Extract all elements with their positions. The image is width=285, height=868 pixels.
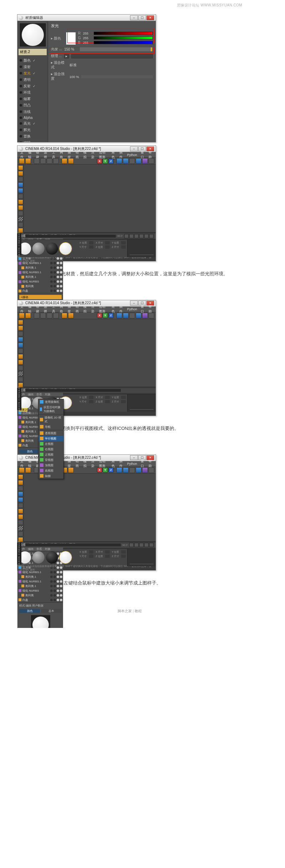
readout-value[interactable] — [121, 555, 126, 558]
mode-button[interactable] — [18, 531, 23, 536]
fcurve-mini[interactable] — [127, 394, 156, 412]
undo-button[interactable] — [19, 158, 25, 164]
menu-item[interactable]: 渲染 — [91, 305, 95, 314]
play-button[interactable] — [139, 543, 144, 547]
channel-辉光[interactable]: 辉光 — [17, 127, 48, 133]
menu-item[interactable]: 动画 — [76, 150, 80, 160]
axis-lock-y[interactable]: Y — [103, 467, 108, 473]
select-tool[interactable] — [34, 158, 40, 164]
material-thumb[interactable] — [46, 551, 58, 563]
menu-item[interactable]: 渲染 — [91, 459, 95, 468]
mode-button[interactable] — [18, 199, 23, 204]
mode-button[interactable] — [18, 480, 23, 485]
readout-value[interactable] — [89, 245, 94, 249]
object-row[interactable]: 细化 NURBS — [18, 279, 63, 284]
attr-tab[interactable]: 颜色 — [19, 609, 40, 613]
brightness-slider[interactable] — [80, 47, 153, 51]
tool-button[interactable] — [47, 313, 52, 318]
mode-button[interactable] — [18, 343, 23, 348]
play-button[interactable] — [134, 543, 139, 547]
play-prev-button[interactable] — [129, 234, 134, 238]
menu-item[interactable]: Python — [127, 153, 137, 157]
tool-button[interactable] — [40, 313, 46, 318]
mode-button[interactable] — [18, 377, 23, 382]
readout-value[interactable] — [121, 396, 126, 399]
camera-menu-item[interactable]: 底视图 — [38, 468, 63, 473]
menu-item[interactable]: 模拟 — [83, 459, 88, 468]
fcurve-mini[interactable] — [127, 240, 156, 257]
readout-value[interactable] — [105, 396, 110, 399]
close-button[interactable]: ✕ — [146, 15, 154, 20]
readout-value[interactable] — [121, 245, 126, 249]
object-row[interactable]: 奥利奥.1 — [18, 275, 63, 279]
mode-button[interactable] — [18, 520, 23, 525]
render-button[interactable] — [116, 158, 122, 164]
readout-value[interactable] — [89, 550, 94, 553]
menu-item[interactable]: 模拟 — [83, 305, 88, 314]
channel-置换[interactable]: 置换 — [17, 133, 48, 140]
tool-button[interactable] — [129, 158, 135, 164]
mixmode-value[interactable]: 标准 — [69, 63, 77, 68]
readout-value[interactable] — [89, 241, 94, 244]
object-row[interactable]: 奥利奥 — [18, 284, 63, 289]
color-swatch[interactable] — [66, 32, 76, 45]
redo-button[interactable] — [25, 158, 31, 164]
mode-button[interactable] — [18, 165, 23, 170]
camera-menu-item[interactable]: 右视图 — [38, 447, 63, 452]
axis-lock-y[interactable]: Y — [103, 158, 108, 164]
tool-button[interactable] — [68, 158, 74, 164]
tool-button[interactable] — [149, 313, 154, 318]
object-row[interactable]: 奥利奥.1 — [18, 265, 63, 270]
rotate-tool[interactable] — [53, 158, 59, 164]
mode-button[interactable] — [18, 320, 23, 325]
axis-lock-z[interactable]: Z — [108, 158, 114, 164]
redo-button[interactable] — [25, 467, 31, 473]
camera-menu-item[interactable]: 平行视图 — [38, 436, 63, 441]
play-end-button[interactable] — [144, 234, 149, 238]
camera-menu-item[interactable]: 左视图 — [38, 441, 63, 447]
channel-发光[interactable]: 发光 — [17, 70, 48, 77]
b-value[interactable]: 255 — [83, 41, 92, 45]
menu-item[interactable]: 模拟 — [83, 150, 88, 160]
camera-menu-item[interactable]: 摄像机 2D 模式 — [38, 415, 63, 424]
tool-button[interactable] — [149, 467, 154, 473]
mode-button[interactable] — [18, 514, 23, 519]
fcurve-mini[interactable] — [127, 549, 156, 566]
deformer-button[interactable] — [142, 158, 148, 164]
mode-button[interactable] — [18, 503, 23, 508]
tool-button[interactable] — [123, 467, 129, 473]
record-button[interactable] — [149, 234, 154, 238]
mode-button[interactable] — [18, 171, 23, 176]
g-slider[interactable] — [94, 36, 153, 40]
camera-menu-item[interactable]: 轴侧 — [38, 473, 63, 479]
texture-dropdown[interactable] — [71, 54, 153, 58]
tool-button[interactable] — [136, 467, 141, 473]
object-row[interactable]: 奥利奥.1 — [18, 575, 63, 579]
material-preview[interactable] — [19, 23, 46, 47]
maximize-button[interactable]: ☐ — [138, 15, 146, 20]
scale-tool[interactable] — [47, 158, 52, 164]
render-settings-button[interactable] — [123, 158, 129, 164]
mixstrength-value[interactable]: 100 % — [69, 75, 79, 79]
primitive-button[interactable] — [136, 158, 141, 164]
render-button[interactable] — [116, 313, 122, 318]
channel-高光[interactable]: 高光 — [17, 120, 48, 127]
mode-button[interactable] — [18, 326, 23, 331]
menu-item[interactable]: 渲染 — [91, 150, 95, 160]
menu-item[interactable]: Python — [127, 462, 137, 466]
tool-button[interactable] — [68, 313, 74, 318]
mode-button[interactable] — [18, 222, 23, 227]
tool-button[interactable] — [136, 313, 141, 318]
undo-button[interactable] — [19, 313, 25, 318]
attr-tab[interactable]: 颜色 — [19, 449, 40, 453]
minimize-button[interactable]: − — [130, 301, 138, 306]
camera-menu-item[interactable]: 导航 — [38, 424, 63, 430]
object-row[interactable]: 细化 NURBS — [18, 588, 63, 593]
tool-button[interactable] — [149, 158, 154, 164]
material-thumb-selected[interactable] — [59, 551, 72, 563]
mode-button[interactable] — [18, 474, 23, 479]
camera-menu-item[interactable]: 正视图 — [38, 452, 63, 457]
tool-button[interactable] — [34, 313, 40, 318]
play-next-button[interactable] — [139, 234, 144, 238]
attr-tab[interactable]: 基本 — [41, 609, 62, 613]
